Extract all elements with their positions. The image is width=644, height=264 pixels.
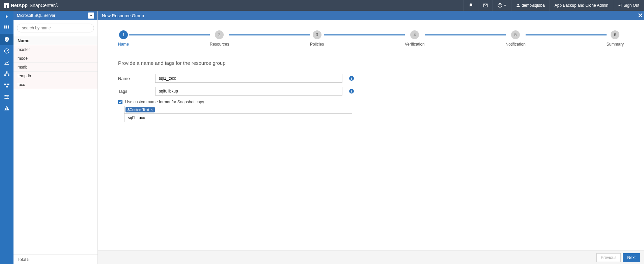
list-item[interactable]: tpcc <box>13 80 97 89</box>
svg-rect-16 <box>4 84 6 85</box>
chevron-down-icon <box>504 5 506 6</box>
custom-format-checkbox[interactable] <box>118 100 122 104</box>
svg-rect-8 <box>8 26 9 27</box>
alert-icon <box>4 105 10 111</box>
previous-button: Previous <box>596 253 621 262</box>
plugin-selector[interactable]: Microsoft SQL Server <box>13 11 97 20</box>
brand-product: SnapCenter® <box>30 3 58 8</box>
wizard-step-notification[interactable]: 5 Notification <box>506 30 526 47</box>
nav-alerts[interactable] <box>0 103 13 114</box>
chart-icon <box>4 59 10 65</box>
signout-icon <box>618 3 622 7</box>
wizard-step-verification[interactable]: 4 Verification <box>405 30 425 47</box>
svg-rect-9 <box>4 27 6 29</box>
list-item[interactable]: model <box>13 54 97 63</box>
main-header: New Resource Group ✕ <box>98 11 644 20</box>
list-item[interactable]: master <box>13 45 97 54</box>
wizard-connector <box>324 34 405 35</box>
tag-pill-customtext[interactable]: $CustomText × <box>125 107 155 112</box>
brand-company: NetApp <box>11 3 28 8</box>
next-button[interactable]: Next <box>623 253 640 262</box>
nav-reports[interactable] <box>0 57 13 68</box>
mail-icon <box>483 3 488 8</box>
svg-text:?: ? <box>499 4 501 7</box>
sliders-icon <box>4 94 10 100</box>
svg-rect-23 <box>6 109 7 110</box>
gauge-icon <box>4 48 10 54</box>
help-icon: ? <box>498 3 502 8</box>
user-menu[interactable]: demo\sqldba <box>511 0 550 11</box>
snapshot-name-input[interactable] <box>124 113 352 122</box>
svg-point-5 <box>517 4 519 6</box>
wizard-connector <box>526 34 607 35</box>
sidebar-footer: Total 5 <box>13 255 97 264</box>
main-panel: New Resource Group ✕ 1 Name 2 Resources … <box>98 11 644 264</box>
chevron-down-icon <box>90 15 92 16</box>
nav-rail <box>0 11 13 264</box>
svg-rect-6 <box>4 26 6 27</box>
username-label: demo\sqldba <box>522 3 545 8</box>
shield-icon <box>4 36 10 43</box>
custom-format-label: Use custom name format for Snapshot copy <box>125 100 204 104</box>
signout-button[interactable]: Sign Out <box>613 0 644 11</box>
svg-rect-18 <box>6 86 8 88</box>
svg-rect-14 <box>4 75 6 76</box>
snapshot-tags-box[interactable]: $CustomText × <box>124 106 352 114</box>
wizard-step-policies[interactable]: 3 Policies <box>310 30 324 47</box>
name-input[interactable] <box>155 74 342 83</box>
svg-rect-13 <box>6 72 8 73</box>
hosts-icon <box>4 71 10 77</box>
svg-point-20 <box>7 97 8 98</box>
name-label: Name <box>118 76 155 81</box>
wizard-step-name[interactable]: 1 Name <box>118 30 129 47</box>
wizard-connector <box>425 34 506 35</box>
svg-rect-15 <box>8 75 9 76</box>
grid-icon <box>4 25 10 31</box>
nav-collapse-toggle[interactable] <box>0 11 13 22</box>
netapp-logo-icon <box>4 3 9 8</box>
close-button[interactable]: ✕ <box>636 11 644 20</box>
nav-resources[interactable] <box>0 34 13 45</box>
help-button[interactable]: ? <box>493 0 511 11</box>
tags-label: Tags <box>118 89 155 94</box>
list-item[interactable]: tempdb <box>13 72 97 80</box>
svg-rect-22 <box>6 107 7 109</box>
list-column-header[interactable]: Name <box>13 36 97 45</box>
info-icon[interactable]: i <box>349 76 354 81</box>
wizard-footer: Previous Next <box>98 250 644 264</box>
mail-button[interactable] <box>478 0 493 11</box>
tags-input[interactable] <box>155 87 342 96</box>
svg-rect-7 <box>6 26 7 27</box>
notifications-button[interactable] <box>464 0 478 11</box>
nav-settings[interactable] <box>0 91 13 103</box>
nav-hosts[interactable] <box>0 68 13 80</box>
resource-sidebar: Microsoft SQL Server Name master model m… <box>13 11 98 264</box>
section-title: Provide a name and tags for the resource… <box>118 60 624 66</box>
remove-tag-icon[interactable]: × <box>150 108 152 112</box>
bell-icon <box>469 3 473 8</box>
brand: NetApp SnapCenter® <box>0 3 62 8</box>
wizard-steps: 1 Name 2 Resources 3 Policies 4 Verifica… <box>118 30 624 47</box>
topbar: NetApp SnapCenter® ? demo\sqldba App Bac… <box>0 0 644 11</box>
wizard-step-resources[interactable]: 2 Resources <box>210 30 229 47</box>
main-title: New Resource Group <box>102 13 144 18</box>
nav-storage[interactable] <box>0 80 13 91</box>
wizard-connector <box>229 34 310 35</box>
wizard-step-summary[interactable]: 6 Summary <box>607 30 624 47</box>
svg-rect-11 <box>8 27 9 29</box>
plugin-dropdown-button[interactable] <box>88 12 94 19</box>
info-icon[interactable]: i <box>349 89 354 94</box>
svg-point-21 <box>6 98 7 99</box>
search-input[interactable] <box>17 24 94 32</box>
svg-rect-2 <box>4 3 9 5</box>
svg-point-19 <box>5 95 6 96</box>
plugin-label: Microsoft SQL Server <box>17 13 88 18</box>
wizard-connector <box>129 34 210 35</box>
list-item[interactable]: msdb <box>13 63 97 72</box>
user-icon <box>516 3 520 7</box>
nav-monitor[interactable] <box>0 45 13 57</box>
storage-icon <box>4 82 10 88</box>
chevron-right-icon <box>4 14 10 20</box>
nav-dashboard[interactable] <box>0 22 13 34</box>
role-label[interactable]: App Backup and Clone Admin <box>550 0 613 11</box>
